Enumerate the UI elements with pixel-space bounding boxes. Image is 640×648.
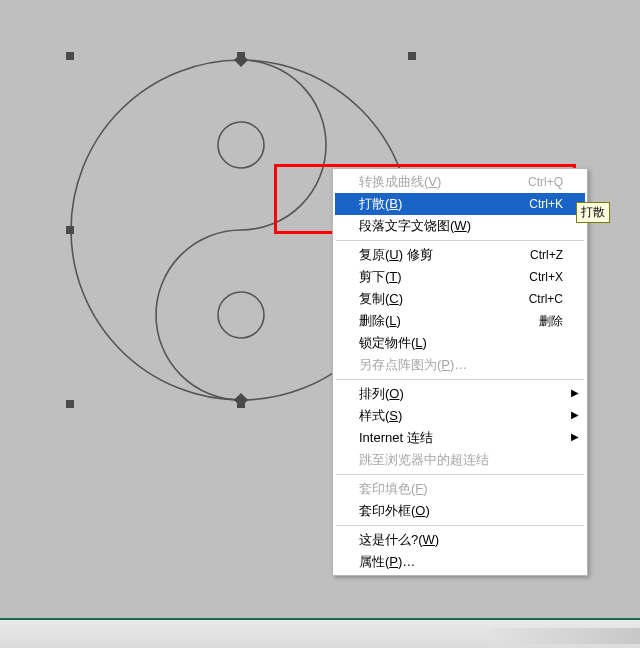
status-bar <box>0 618 640 648</box>
menu-separator <box>336 474 584 475</box>
menu-item-label: 样式(S) <box>359 407 402 425</box>
menu-item-internet[interactable]: Internet 连结▶ <box>335 427 585 449</box>
menu-item-copy[interactable]: 复制(C)Ctrl+C <box>335 288 585 310</box>
tooltip: 打散 <box>576 202 610 223</box>
submenu-arrow-icon: ▶ <box>571 387 579 398</box>
menu-separator <box>336 379 584 380</box>
menu-item-shortcut: Ctrl+Q <box>498 175 563 189</box>
menu-item-label: 转换成曲线(V) <box>359 173 441 191</box>
menu-item-label: 锁定物件(L) <box>359 334 427 352</box>
menu-item-save_bitmap: 另存点阵图为(P)… <box>335 354 585 376</box>
menu-item-break_apart[interactable]: 打散(B)Ctrl+K <box>335 193 585 215</box>
menu-item-whats_this[interactable]: 这是什么?(W) <box>335 529 585 551</box>
menu-item-label: 另存点阵图为(P)… <box>359 356 467 374</box>
menu-item-to_curve: 转换成曲线(V)Ctrl+Q <box>335 171 585 193</box>
selection-handle[interactable] <box>66 400 74 408</box>
menu-item-label: 剪下(T) <box>359 268 402 286</box>
canvas[interactable]: 转换成曲线(V)Ctrl+Q打散(B)Ctrl+K段落文字文饶图(W)复原(U)… <box>0 0 640 648</box>
submenu-arrow-icon: ▶ <box>571 409 579 420</box>
menu-item-properties[interactable]: 属性(P)… <box>335 551 585 573</box>
selection-handle[interactable] <box>66 52 74 60</box>
svg-point-2 <box>218 292 264 338</box>
menu-item-cut[interactable]: 剪下(T)Ctrl+X <box>335 266 585 288</box>
menu-item-shortcut: Ctrl+C <box>499 292 563 306</box>
menu-item-label: 复制(C) <box>359 290 403 308</box>
menu-item-style[interactable]: 样式(S)▶ <box>335 405 585 427</box>
menu-item-delete[interactable]: 删除(L)删除 <box>335 310 585 332</box>
menu-item-label: 跳至浏览器中的超连结 <box>359 451 489 469</box>
menu-item-shortcut: Ctrl+X <box>499 270 563 284</box>
menu-item-lock[interactable]: 锁定物件(L) <box>335 332 585 354</box>
menu-item-label: Internet 连结 <box>359 429 433 447</box>
menu-item-label: 打散(B) <box>359 195 402 213</box>
svg-point-1 <box>218 122 264 168</box>
menu-item-wrap_para[interactable]: 段落文字文饶图(W) <box>335 215 585 237</box>
menu-item-shortcut: 删除 <box>509 313 563 330</box>
menu-item-label: 这是什么?(W) <box>359 531 439 549</box>
menu-item-jump_link: 跳至浏览器中的超连结 <box>335 449 585 471</box>
menu-item-label: 属性(P)… <box>359 553 415 571</box>
selection-handle[interactable] <box>408 52 416 60</box>
submenu-arrow-icon: ▶ <box>571 431 579 442</box>
context-menu[interactable]: 转换成曲线(V)Ctrl+Q打散(B)Ctrl+K段落文字文饶图(W)复原(U)… <box>332 168 588 576</box>
menu-item-label: 排列(O) <box>359 385 404 403</box>
selection-handle[interactable] <box>66 226 74 234</box>
menu-item-undo[interactable]: 复原(U) 修剪Ctrl+Z <box>335 244 585 266</box>
menu-item-shortcut: Ctrl+K <box>499 197 563 211</box>
menu-item-arrange[interactable]: 排列(O)▶ <box>335 383 585 405</box>
menu-item-label: 复原(U) 修剪 <box>359 246 433 264</box>
menu-item-label: 段落文字文饶图(W) <box>359 217 471 235</box>
menu-item-shortcut: Ctrl+Z <box>500 248 563 262</box>
menu-item-overprint_fill: 套印填色(F) <box>335 478 585 500</box>
menu-item-label: 套印外框(O) <box>359 502 430 520</box>
menu-item-overprint_outline[interactable]: 套印外框(O) <box>335 500 585 522</box>
menu-item-label: 套印填色(F) <box>359 480 428 498</box>
menu-item-label: 删除(L) <box>359 312 401 330</box>
menu-separator <box>336 240 584 241</box>
menu-separator <box>336 525 584 526</box>
